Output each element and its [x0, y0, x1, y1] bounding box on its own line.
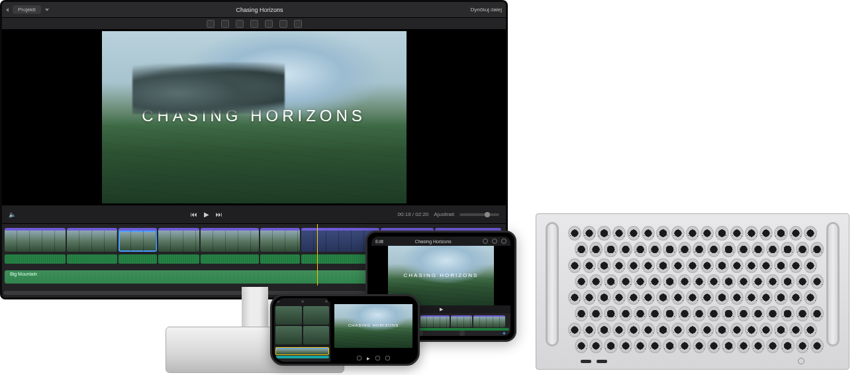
- project-dropdown-icon[interactable]: [45, 9, 49, 11]
- timeline-clip[interactable]: [158, 228, 199, 252]
- lattice-hole: [774, 226, 787, 241]
- lattice-hole: [663, 242, 677, 256]
- timeline-audio-clip[interactable]: [158, 254, 199, 264]
- mac-pro-handle: [826, 222, 840, 347]
- lattice-hole: [751, 306, 765, 321]
- stabilize-tool-icon[interactable]: [250, 20, 258, 28]
- iphone-menu-icon[interactable]: [325, 300, 328, 303]
- ipad-effects-icon[interactable]: ✦: [502, 331, 506, 336]
- ipad-share-icon[interactable]: [501, 239, 506, 244]
- timeline-audio-clip[interactable]: [67, 254, 117, 264]
- ipad-back-button[interactable]: Edit: [375, 239, 383, 244]
- imovie-toolbar: [2, 18, 506, 30]
- lattice-hole: [671, 290, 685, 305]
- timeline-clip[interactable]: [201, 228, 259, 252]
- lattice-hole: [810, 339, 824, 353]
- ipad-timeline-clip[interactable]: [473, 315, 505, 327]
- back-chevron-icon[interactable]: [6, 8, 9, 12]
- back-button[interactable]: Projekti: [13, 5, 41, 14]
- iphone-audio-track[interactable]: [275, 356, 329, 358]
- timeline-clip[interactable]: [119, 228, 157, 252]
- iphone-title-overlay: CHASING HORIZONS: [334, 323, 412, 327]
- mac-pro-handle: [546, 222, 559, 347]
- media-thumbnail[interactable]: [275, 306, 302, 325]
- timeline-audio-clip[interactable]: [119, 254, 157, 264]
- lattice-hole: [656, 226, 669, 241]
- iphone-play-icon[interactable]: ▶: [367, 356, 370, 360]
- timeline-clip[interactable]: [5, 228, 66, 252]
- lattice-hole: [568, 323, 581, 337]
- play-icon[interactable]: ▶: [204, 211, 209, 218]
- crop-tool-icon[interactable]: [236, 20, 244, 28]
- iphone-timeline[interactable]: [274, 346, 330, 362]
- lattice-hole: [612, 226, 626, 241]
- lattice-hole: [612, 323, 626, 337]
- ipad-undo-icon[interactable]: [483, 239, 488, 244]
- ipad-text-icon[interactable]: [459, 331, 465, 336]
- lattice-hole: [671, 323, 685, 337]
- lattice-hole: [707, 274, 720, 289]
- lattice-hole: [715, 323, 728, 337]
- ipad-timeline-clip[interactable]: [420, 315, 450, 327]
- iphone-skip-back-icon[interactable]: [357, 356, 362, 360]
- info-tool-icon[interactable]: [294, 20, 302, 28]
- lattice-hole: [759, 226, 773, 241]
- lattice-hole: [751, 242, 765, 256]
- lattice-hole: [648, 274, 661, 289]
- lattice-hole: [642, 323, 655, 337]
- lattice-hole: [656, 323, 669, 337]
- timeline-clip[interactable]: [260, 228, 300, 252]
- iphone-close-icon[interactable]: [277, 300, 279, 303]
- zoom-slider[interactable]: [459, 213, 499, 216]
- lattice-hole: [686, 226, 699, 241]
- project-title: Chasing Horizons: [53, 7, 467, 13]
- lattice-hole: [722, 274, 735, 289]
- lattice-hole: [745, 323, 758, 337]
- speed-tool-icon[interactable]: [279, 20, 287, 28]
- iphone-fullscreen-icon[interactable]: [385, 356, 390, 360]
- media-thumbnail[interactable]: [303, 306, 330, 325]
- enhance-tool-icon[interactable]: [207, 20, 215, 28]
- lattice-hole: [745, 258, 758, 273]
- timeline-clip[interactable]: [67, 228, 117, 252]
- power-button-icon[interactable]: [798, 358, 804, 364]
- color-tool-icon[interactable]: [221, 20, 229, 28]
- skip-back-icon[interactable]: ⏮: [191, 211, 197, 218]
- timeline-audio-clip[interactable]: [5, 254, 66, 264]
- ipad-timeline-clip[interactable]: [451, 315, 472, 327]
- lattice-hole: [583, 258, 596, 273]
- lattice-hole: [634, 274, 647, 289]
- ipad-play-icon[interactable]: ▶: [440, 307, 443, 312]
- lattice-hole: [612, 290, 626, 305]
- settings-button[interactable]: Ajustirati: [434, 211, 454, 217]
- ipad-help-icon[interactable]: [492, 239, 497, 244]
- iphone-video-preview[interactable]: CHASING HORIZONS: [334, 304, 412, 348]
- audio-tool-icon[interactable]: [265, 20, 273, 28]
- lattice-hole: [604, 306, 618, 321]
- lattice-hole: [693, 274, 706, 289]
- video-preview[interactable]: CHASING HORIZONS: [102, 31, 407, 203]
- lattice-hole: [575, 339, 588, 353]
- mac-pro-ports: [536, 356, 849, 366]
- volume-icon[interactable]: 🔈: [9, 211, 16, 218]
- lattice-hole: [648, 306, 661, 321]
- playhead[interactable]: [317, 224, 318, 286]
- lattice-hole: [678, 306, 691, 321]
- iphone-skip-forward-icon[interactable]: [375, 356, 380, 360]
- skip-forward-icon[interactable]: ⏭: [216, 211, 222, 218]
- iphone-grid-icon[interactable]: [301, 300, 304, 303]
- timecode-display: 00:18 / 02:20: [398, 211, 429, 217]
- lattice-hole: [730, 226, 744, 241]
- timeline-audio-clip[interactable]: [260, 254, 300, 264]
- iphone-media-browser[interactable]: [274, 305, 330, 346]
- iphone-media-panel: [274, 298, 331, 362]
- share-button[interactable]: Dynčkuj dalej: [470, 7, 502, 13]
- lattice-hole: [796, 306, 809, 321]
- lattice-hole: [619, 274, 632, 289]
- media-thumbnail[interactable]: [303, 326, 330, 345]
- media-thumbnail[interactable]: [275, 326, 302, 345]
- iphone-clip[interactable]: [275, 347, 329, 355]
- iphone-screen: CHASING HORIZONS ▶: [274, 298, 416, 362]
- timeline-audio-clip[interactable]: [201, 254, 259, 264]
- lattice-hole: [627, 323, 640, 337]
